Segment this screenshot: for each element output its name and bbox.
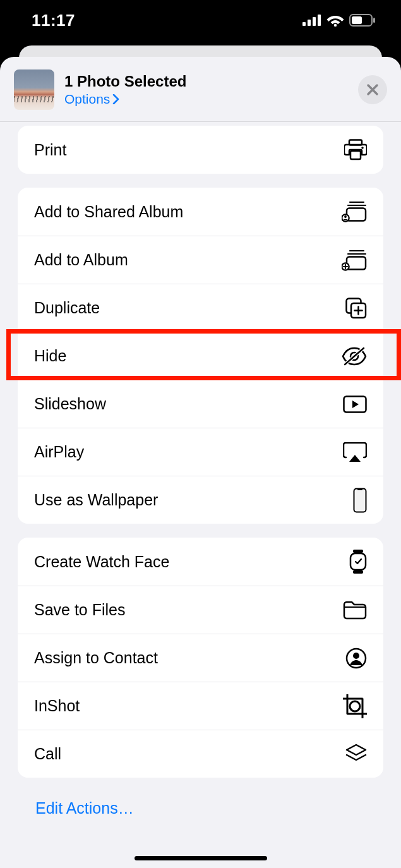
svg-rect-9 [350, 151, 361, 159]
action-call[interactable]: Call [18, 730, 383, 778]
action-save-files[interactable]: Save to Files [18, 586, 383, 634]
call-stack-icon [345, 744, 367, 765]
inshot-icon [343, 694, 367, 718]
action-hide[interactable]: Hide [18, 332, 383, 380]
svg-point-42 [350, 701, 360, 711]
svg-rect-30 [354, 488, 366, 512]
action-label: Add to Album [34, 251, 128, 269]
action-label: Duplicate [34, 299, 100, 317]
svg-rect-34 [350, 553, 366, 570]
action-slideshow[interactable]: Slideshow [18, 380, 383, 428]
status-bar: 11:17 [0, 0, 401, 40]
action-watch-face[interactable]: Create Watch Face [18, 538, 383, 586]
edit-actions-label: Edit Actions… [35, 799, 134, 817]
airplay-icon [343, 442, 367, 462]
svg-rect-0 [302, 22, 306, 26]
contact-icon [345, 648, 367, 669]
home-indicator[interactable] [135, 856, 267, 860]
action-assign-contact[interactable]: Assign to Contact [18, 634, 383, 682]
action-group-1: Print [18, 126, 383, 174]
action-label: InShot [34, 697, 80, 715]
wifi-icon [326, 14, 344, 27]
photo-thumbnail[interactable] [14, 69, 54, 110]
printer-icon [344, 139, 367, 160]
close-button[interactable] [358, 75, 387, 104]
svg-point-37 [353, 653, 359, 659]
wallpaper-icon [353, 488, 367, 513]
hide-icon [342, 347, 367, 366]
action-label: Slideshow [34, 395, 106, 413]
action-duplicate[interactable]: Duplicate [18, 284, 383, 332]
action-label: AirPlay [34, 443, 84, 461]
share-sheet-header: 1 Photo Selected Options [0, 57, 401, 122]
action-label: Create Watch Face [34, 553, 169, 571]
actions-scroll[interactable]: Print Add to Shared Album Add to Album D… [0, 122, 401, 868]
action-group-2: Add to Shared Album Add to Album Duplica… [18, 188, 383, 524]
close-icon [366, 83, 379, 96]
action-label: Print [34, 141, 66, 159]
svg-rect-6 [373, 18, 375, 23]
svg-rect-31 [357, 488, 362, 490]
action-label: Save to Files [34, 601, 126, 619]
status-time: 11:17 [32, 11, 75, 30]
svg-point-14 [342, 214, 349, 221]
chevron-right-icon [112, 94, 119, 104]
options-button[interactable]: Options [64, 92, 348, 107]
action-label: Hide [34, 347, 66, 365]
svg-rect-7 [352, 16, 362, 24]
watch-icon [349, 549, 367, 574]
action-add-album[interactable]: Add to Album [18, 236, 383, 284]
share-sheet: 1 Photo Selected Options Print A [0, 57, 401, 868]
action-print[interactable]: Print [18, 126, 383, 174]
action-label: Assign to Contact [34, 649, 158, 667]
svg-rect-1 [308, 20, 311, 26]
action-label: Call [34, 745, 61, 763]
svg-rect-2 [313, 17, 316, 26]
action-label: Use as Wallpaper [34, 491, 158, 509]
duplicate-icon [345, 298, 367, 319]
action-airplay[interactable]: AirPlay [18, 428, 383, 476]
action-group-3: Create Watch Face Save to Files Assign t… [18, 538, 383, 778]
action-inshot[interactable]: InShot [18, 682, 383, 730]
action-wallpaper[interactable]: Use as Wallpaper [18, 476, 383, 524]
shared-album-icon [342, 201, 367, 222]
svg-rect-32 [353, 550, 363, 553]
add-album-icon [342, 250, 367, 271]
svg-rect-33 [353, 570, 363, 574]
action-label: Add to Shared Album [34, 203, 183, 221]
action-add-shared-album[interactable]: Add to Shared Album [18, 188, 383, 236]
slideshow-icon [343, 395, 367, 413]
folder-icon [343, 601, 367, 620]
cellular-icon [302, 15, 321, 26]
battery-icon [349, 14, 376, 27]
svg-point-10 [361, 147, 364, 149]
svg-point-15 [344, 215, 347, 218]
svg-rect-3 [318, 15, 321, 26]
status-icons [302, 14, 376, 27]
selection-title: 1 Photo Selected [64, 73, 348, 90]
svg-point-4 [334, 24, 337, 27]
edit-actions-button[interactable]: Edit Actions… [0, 792, 401, 825]
options-label: Options [64, 92, 110, 107]
